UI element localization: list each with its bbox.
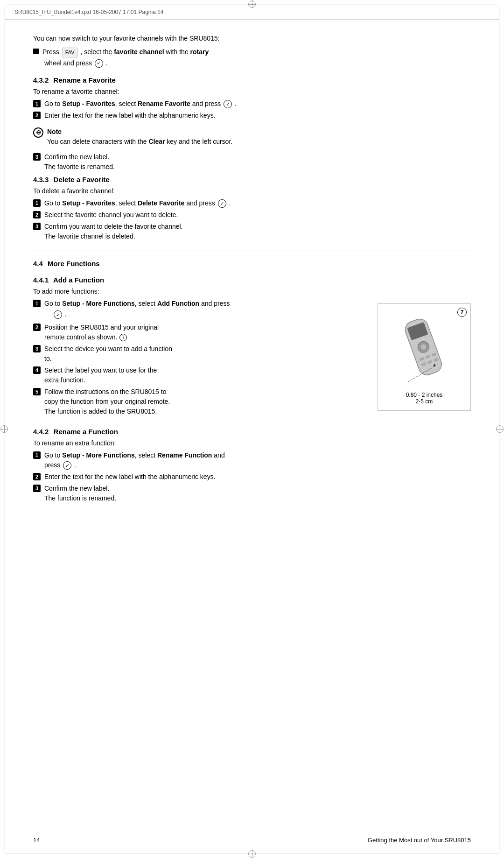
section-432-heading: 4.3.2 Rename a Favorite xyxy=(33,76,471,84)
section-441-intro: To add more functions: xyxy=(33,288,471,295)
step-433-num-1: 1 xyxy=(33,199,41,207)
step-441-4: 4 Select the label you want to use for t… xyxy=(33,366,368,385)
section-442-intro: To rename an extra function: xyxy=(33,439,471,447)
step-442-3-content: Confirm the new label. The function is r… xyxy=(44,484,471,503)
section-441-content: 7 xyxy=(33,299,471,424)
note-icon: ⊖ xyxy=(33,127,43,138)
header-text: SRU8015_IFU_Bundel1v4.qxd 16-05-2007 17:… xyxy=(14,9,164,15)
section-441-heading: 4.4.1 Add a Function xyxy=(33,276,471,284)
step-432-2-content: Enter the text for the new label with th… xyxy=(44,111,471,120)
step-num-3: 3 xyxy=(33,153,41,161)
step-442-2: 2 Enter the text for the new label with … xyxy=(33,472,471,482)
step-num-2: 2 xyxy=(33,112,41,119)
step-441-4-content: Select the label you want to use for the… xyxy=(44,366,368,385)
select-text: , select the favorite channel with the r… xyxy=(81,48,209,56)
period: . xyxy=(106,59,108,67)
step-441-1-content: Go to Setup - More Functions, select Add… xyxy=(44,299,368,309)
note-content: Note You can delete characters with the … xyxy=(47,127,232,147)
check-icon-433-1: ✓ xyxy=(218,199,226,208)
reg-mark-bottom xyxy=(247,849,257,859)
step-num-1: 1 xyxy=(33,100,41,107)
section-433-heading: 4.3.3 Delete a Favorite xyxy=(33,176,471,183)
step-441-5: 5 Follow the instructions on the SRU8015… xyxy=(33,387,368,416)
page-content: You can now switch to your favorite chan… xyxy=(5,20,499,526)
step-442-1: 1 Go to Setup - More Functions, select R… xyxy=(33,451,471,470)
step-433-2: 2 Select the favorite channel you want t… xyxy=(33,210,471,220)
page-number: 14 xyxy=(33,837,40,844)
reg-mark-left xyxy=(0,424,9,434)
step-441-1: 1 Go to Setup - More Functions, select A… xyxy=(33,299,368,309)
fav-instruction: Press FAV , select the favorite channel … xyxy=(42,47,209,57)
step-442-1-content: Go to Setup - More Functions, select Ren… xyxy=(44,451,471,470)
step-432-1-content: Go to Setup - Favorites, select Rename F… xyxy=(44,99,471,109)
step-441-num-1: 1 xyxy=(33,300,41,307)
step-442-num-2: 2 xyxy=(33,473,41,480)
step-442-2-content: Enter the text for the new label with th… xyxy=(44,472,471,482)
step-441-2-content: Position the SRU8015 and your original r… xyxy=(44,323,368,342)
step-432-2: 2 Enter the text for the new label with … xyxy=(33,111,471,120)
page-footer: 14 Getting the Most out of Your SRU8015 xyxy=(33,837,471,844)
step-441-5-content: Follow the instructions on the SRU8015 t… xyxy=(44,387,368,416)
step-441-num-5: 5 xyxy=(33,388,41,395)
fav-bullet: Press FAV , select the favorite channel … xyxy=(33,47,471,57)
press-text: Press xyxy=(42,48,59,56)
step-441-3: 3 Select the device you want to add a fu… xyxy=(33,344,368,364)
page-border: SRU8015_IFU_Bundel1v4.qxd 16-05-2007 17:… xyxy=(5,5,499,853)
reg-mark-right xyxy=(495,424,504,434)
step-441-2: 2 Position the SRU8015 and your original… xyxy=(33,323,368,342)
intro-paragraph: You can now switch to your favorite chan… xyxy=(33,34,471,43)
circle-num-7: 7 xyxy=(119,334,127,341)
step-433-3: 3 Confirm you want to delete the favorit… xyxy=(33,222,471,241)
check-icon-441-1: ✓ xyxy=(54,310,62,319)
reg-mark-top xyxy=(247,0,257,9)
check-icon-442-1: ✓ xyxy=(63,461,71,470)
wheel-press-line: wheel and press ✓ . xyxy=(33,59,471,68)
step-442-3: 3 Confirm the new label. The function is… xyxy=(33,484,471,503)
image-circle-num: 7 xyxy=(457,308,467,317)
step-432-3-content: Confirm the new label. The favorite is r… xyxy=(44,152,471,172)
section-432-intro: To rename a favorite channel: xyxy=(33,88,471,95)
section-433-intro: To delete a favorite channel: xyxy=(33,187,471,195)
remote-image-box: 7 xyxy=(378,303,471,411)
section-44-heading: 4.4 More Functions xyxy=(33,260,471,268)
remote-svg xyxy=(399,310,450,389)
footer-text: Getting the Most out of Your SRU8015 xyxy=(368,837,471,844)
step-441-num-3: 3 xyxy=(33,345,41,352)
note-label: Note xyxy=(47,128,62,135)
check-icon-1: ✓ xyxy=(224,100,232,108)
step-442-num-1: 1 xyxy=(33,451,41,459)
bullet-icon xyxy=(33,49,39,54)
step-441-num-4: 4 xyxy=(33,366,41,374)
note-box: ⊖ Note You can delete characters with th… xyxy=(33,127,471,147)
step-442-num-3: 3 xyxy=(33,485,41,492)
step-433-2-content: Select the favorite channel you want to … xyxy=(44,210,471,220)
section-442-heading: 4.4.2 Rename a Function xyxy=(33,428,471,436)
image-label: 0.80 - 2 inches 2-5 cm xyxy=(406,392,443,405)
fav-button-label: FAV xyxy=(63,48,77,57)
step-432-3: 3 Confirm the new label. The favorite is… xyxy=(33,152,471,172)
step-433-1: 1 Go to Setup - Favorites, select Delete… xyxy=(33,198,471,208)
section-divider xyxy=(33,251,471,251)
step-433-num-3: 3 xyxy=(33,223,41,230)
note-text: You can delete characters with the Clear… xyxy=(47,138,232,145)
step-433-num-2: 2 xyxy=(33,211,41,218)
intro-line1: You can now switch to your favorite chan… xyxy=(33,35,220,42)
step-432-1: 1 Go to Setup - Favorites, select Rename… xyxy=(33,99,471,109)
check-icon: ✓ xyxy=(95,59,103,68)
step-433-1-content: Go to Setup - Favorites, select Delete F… xyxy=(44,198,471,208)
step-441-3-content: Select the device you want to add a func… xyxy=(44,344,368,364)
wheel-text: wheel and press xyxy=(44,59,94,67)
step-433-3-content: Confirm you want to delete the favorite … xyxy=(44,222,471,241)
step-441-num-2: 2 xyxy=(33,324,41,331)
